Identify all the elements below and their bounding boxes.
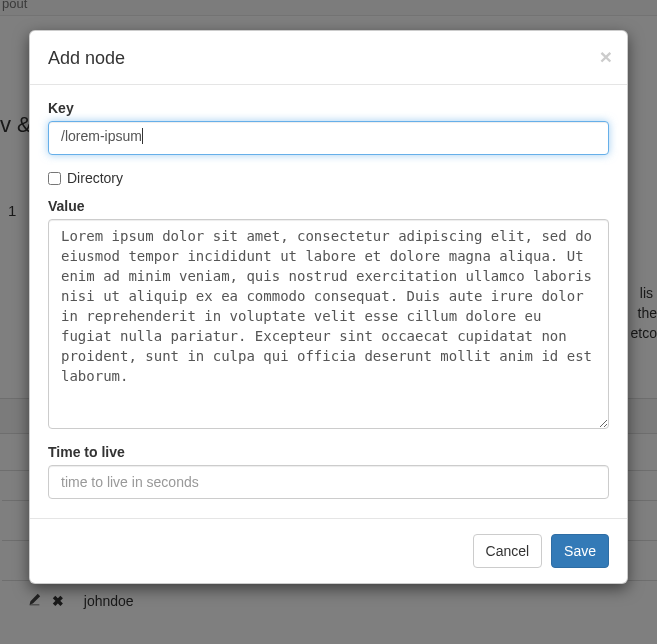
ttl-label: Time to live bbox=[48, 444, 609, 460]
modal-title: Add node bbox=[48, 48, 125, 69]
directory-label[interactable]: Directory bbox=[67, 170, 123, 186]
value-textarea[interactable] bbox=[48, 219, 609, 429]
key-group: Key /lorem-ipsum bbox=[48, 100, 609, 155]
key-input[interactable] bbox=[48, 121, 609, 155]
directory-checkbox[interactable] bbox=[48, 172, 61, 185]
save-button[interactable]: Save bbox=[551, 534, 609, 568]
value-group: Value bbox=[48, 198, 609, 429]
add-node-modal: Add node × Key /lorem-ipsum Directory Va… bbox=[29, 30, 628, 584]
close-button[interactable]: × bbox=[600, 46, 612, 67]
cancel-button[interactable]: Cancel bbox=[473, 534, 543, 568]
value-label: Value bbox=[48, 198, 609, 214]
modal-footer: Cancel Save bbox=[30, 518, 627, 583]
modal-body: Key /lorem-ipsum Directory Value Time to… bbox=[30, 85, 627, 518]
modal-header: Add node × bbox=[30, 31, 627, 85]
directory-group: Directory bbox=[48, 170, 609, 186]
key-label: Key bbox=[48, 100, 609, 116]
ttl-input[interactable] bbox=[48, 465, 609, 499]
ttl-group: Time to live bbox=[48, 444, 609, 499]
close-icon: × bbox=[600, 45, 612, 68]
